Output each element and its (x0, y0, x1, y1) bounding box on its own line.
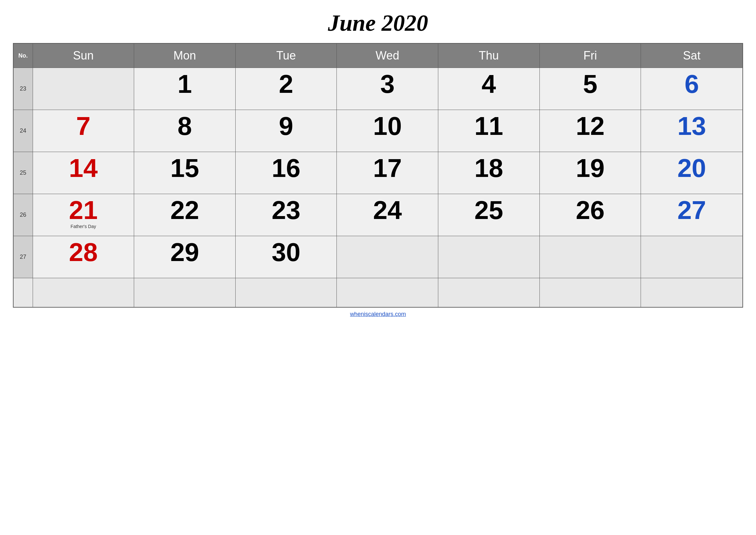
day-cell: 24 (337, 194, 438, 236)
day-cell: 22 (134, 194, 236, 236)
day-cell: 15 (134, 152, 236, 194)
holiday-label: Father's Day (35, 224, 132, 229)
empty-row (13, 278, 743, 307)
week-row: 23123456 (13, 68, 743, 110)
day-cell: 29 (134, 236, 236, 278)
day-number: 21 (35, 197, 132, 223)
day-cell (539, 236, 641, 278)
day-number: 27 (642, 197, 741, 223)
week-number: 23 (13, 68, 33, 110)
day-number: 9 (237, 113, 335, 139)
day-cell: 26 (539, 194, 641, 236)
day-number: 22 (136, 197, 234, 223)
day-cell (438, 236, 540, 278)
empty-cell (13, 278, 33, 307)
week-row: 2478910111213 (13, 110, 743, 152)
col-header-sat: Sat (641, 43, 743, 68)
calendar-table: No. Sun Mon Tue Wed Thu Fri Sat 23123456… (13, 43, 743, 308)
day-number: 24 (338, 197, 436, 223)
day-number: 5 (541, 71, 639, 97)
day-cell: 14 (33, 152, 134, 194)
day-cell (33, 68, 134, 110)
day-cell: 20 (641, 152, 743, 194)
day-number: 11 (440, 113, 538, 139)
week-number: 25 (13, 152, 33, 194)
day-number: 16 (237, 155, 335, 181)
empty-cell (539, 278, 641, 307)
empty-cell (134, 278, 236, 307)
day-cell: 25 (438, 194, 540, 236)
day-cell: 16 (235, 152, 337, 194)
day-cell: 8 (134, 110, 236, 152)
empty-cell (641, 278, 743, 307)
day-cell (337, 236, 438, 278)
day-number: 7 (35, 113, 132, 139)
empty-cell (33, 278, 134, 307)
week-row: 2514151617181920 (13, 152, 743, 194)
day-cell: 10 (337, 110, 438, 152)
calendar-title: June 2020 (328, 10, 428, 37)
day-number: 10 (338, 113, 436, 139)
week-row: 2621Father's Day222324252627 (13, 194, 743, 236)
day-number: 28 (35, 239, 132, 265)
day-cell: 6 (641, 68, 743, 110)
empty-cell (235, 278, 337, 307)
col-header-thu: Thu (438, 43, 540, 68)
day-number: 25 (440, 197, 538, 223)
day-number: 14 (35, 155, 132, 181)
col-header-sun: Sun (33, 43, 134, 68)
day-cell: 18 (438, 152, 540, 194)
day-cell: 9 (235, 110, 337, 152)
col-header-mon: Mon (134, 43, 236, 68)
day-number: 1 (136, 71, 234, 97)
empty-cell (337, 278, 438, 307)
day-cell: 11 (438, 110, 540, 152)
week-row: 27282930 (13, 236, 743, 278)
day-number: 6 (642, 71, 741, 97)
day-cell: 7 (33, 110, 134, 152)
day-cell: 27 (641, 194, 743, 236)
week-number: 26 (13, 194, 33, 236)
day-cell: 1 (134, 68, 236, 110)
day-cell (641, 236, 743, 278)
day-cell: 21Father's Day (33, 194, 134, 236)
day-number: 26 (541, 197, 639, 223)
header-row: No. Sun Mon Tue Wed Thu Fri Sat (13, 43, 743, 68)
day-number: 17 (338, 155, 436, 181)
day-number: 20 (642, 155, 741, 181)
day-cell: 28 (33, 236, 134, 278)
footer: wheniscalendars.com (350, 311, 406, 318)
week-number: 24 (13, 110, 33, 152)
day-number: 18 (440, 155, 538, 181)
day-number: 12 (541, 113, 639, 139)
day-number: 2 (237, 71, 335, 97)
day-number: 3 (338, 71, 436, 97)
empty-cell (438, 278, 540, 307)
day-cell: 19 (539, 152, 641, 194)
day-cell: 13 (641, 110, 743, 152)
day-number: 13 (642, 113, 741, 139)
col-header-fri: Fri (539, 43, 641, 68)
col-header-wed: Wed (337, 43, 438, 68)
day-cell: 23 (235, 194, 337, 236)
footer-link[interactable]: wheniscalendars.com (350, 311, 406, 317)
col-header-no: No. (13, 43, 33, 68)
day-cell: 30 (235, 236, 337, 278)
day-number: 8 (136, 113, 234, 139)
day-number: 29 (136, 239, 234, 265)
day-cell: 2 (235, 68, 337, 110)
day-cell: 5 (539, 68, 641, 110)
day-number: 4 (440, 71, 538, 97)
day-cell: 4 (438, 68, 540, 110)
day-number: 30 (237, 239, 335, 265)
day-cell: 3 (337, 68, 438, 110)
day-number: 15 (136, 155, 234, 181)
col-header-tue: Tue (235, 43, 337, 68)
day-number: 19 (541, 155, 639, 181)
day-cell: 17 (337, 152, 438, 194)
day-cell: 12 (539, 110, 641, 152)
week-number: 27 (13, 236, 33, 278)
day-number: 23 (237, 197, 335, 223)
